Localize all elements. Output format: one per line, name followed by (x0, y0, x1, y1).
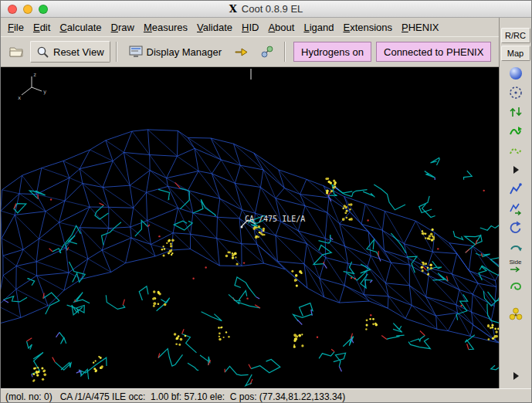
environment-distances-icon (259, 45, 275, 59)
display-manager-icon (129, 46, 143, 58)
sphere-refine-icon (508, 66, 524, 81)
map-label: Map (507, 49, 524, 58)
rrc-button[interactable]: R/RC (501, 28, 530, 43)
real-space-refine-button[interactable] (503, 121, 528, 141)
reset-view-button[interactable]: Reset View (30, 41, 110, 63)
phenix-status-badge: Connected to PHENIX (376, 42, 491, 62)
minimize-button[interactable] (23, 5, 32, 14)
toolbar-separator (284, 42, 286, 62)
menu-validate[interactable]: Validate (192, 19, 237, 36)
regularize-zone-button[interactable] (503, 141, 528, 160)
svg-text:x: x (18, 95, 21, 101)
expander-icon (510, 164, 521, 175)
display-manager-button[interactable]: Display Manager (123, 41, 229, 63)
toolbar-separator (116, 42, 117, 62)
edit-chi-angles-button[interactable] (503, 218, 528, 237)
regularize-zone-icon (508, 143, 524, 158)
expander-button[interactable] (503, 160, 528, 179)
side-chain-flip-button[interactable]: Side (503, 256, 528, 276)
titlebar[interactable]: X Coot 0.8.9 EL (1, 1, 531, 18)
menu-phenix[interactable]: PHENIX (397, 19, 443, 36)
rrc-label: R/RC (505, 31, 526, 40)
open-coordinates-button[interactable] (5, 41, 28, 63)
auto-fit-rotamer-icon (508, 181, 524, 197)
rotamers-button[interactable] (503, 198, 528, 218)
scene-svg[interactable]: xyzCA /475 ILE/A (1, 67, 499, 388)
go-to-atom-icon (234, 45, 249, 59)
side-chain-flip-icon: Side (509, 259, 523, 273)
menu-draw[interactable]: Draw (107, 19, 139, 36)
rotamers-icon (508, 201, 524, 216)
toolbar: Reset View Display Manager (1, 36, 499, 67)
menu-hid[interactable]: HID (237, 19, 263, 36)
flip-peptide-button[interactable] (503, 237, 528, 256)
map-button[interactable]: Map (501, 46, 530, 61)
molecular-viewport[interactable]: xyzCA /475 ILE/A (1, 67, 499, 388)
auto-fit-rotamer-button[interactable] (503, 179, 528, 198)
rigid-body-fit-button[interactable] (503, 102, 528, 121)
menu-calculate[interactable]: Calculate (55, 19, 106, 36)
menu-about[interactable]: About (263, 19, 299, 36)
yellow-trefoil-icon (507, 306, 524, 322)
x11-logo-icon: X (229, 3, 237, 15)
refine-range-button[interactable] (503, 83, 528, 102)
close-button[interactable] (8, 5, 17, 14)
menu-file[interactable]: File (3, 19, 29, 36)
hydrogens-label: Hydrogens on (301, 46, 364, 58)
jed-flip-button[interactable] (503, 276, 528, 295)
menu-measures[interactable]: Measures (139, 19, 192, 36)
mutate-rotamer-button[interactable] (503, 304, 528, 323)
more-tools-icon (510, 371, 521, 381)
svg-text:z: z (33, 72, 36, 78)
more-tools-button[interactable] (503, 366, 528, 385)
refine-range-icon (508, 85, 524, 100)
jed-flip-icon (508, 278, 524, 293)
edit-chi-angles-icon (508, 220, 524, 235)
right-toolbar: R/RC Map (499, 18, 531, 388)
menu-ligand[interactable]: Ligand (299, 19, 338, 36)
coot-window: X Coot 0.8.9 EL File Edit Calculate Draw… (0, 0, 532, 403)
window-controls (1, 5, 48, 14)
menu-edit[interactable]: Edit (29, 19, 55, 36)
side-label: Side (509, 259, 521, 266)
go-to-atom-button[interactable] (230, 41, 253, 63)
menubar: File Edit Calculate Draw Measures Valida… (1, 18, 499, 36)
sphere-refine-button[interactable] (503, 63, 528, 83)
rigid-body-fit-icon (508, 104, 524, 120)
display-manager-label: Display Manager (147, 46, 222, 58)
flip-peptide-icon (508, 239, 524, 255)
window-title: X Coot 0.8.9 EL (1, 1, 531, 17)
status-text: (mol. no: 0) CA /1/A/475 ILE occ: 1.00 b… (5, 391, 345, 402)
open-coordinates-icon (8, 45, 24, 59)
environment-distances-button[interactable] (256, 41, 279, 63)
svg-text:y: y (43, 89, 46, 95)
zoom-button[interactable] (39, 5, 48, 14)
reset-view-label: Reset View (53, 46, 104, 58)
svg-text:CA /475 ILE/A: CA /475 ILE/A (245, 215, 305, 223)
menu-extensions[interactable]: Extensions (338, 19, 397, 36)
window-title-text: Coot 0.8.9 EL (242, 3, 303, 15)
statusbar: (mol. no: 0) CA /1/A/475 ILE occ: 1.00 b… (1, 388, 531, 403)
real-space-refine-icon (508, 124, 524, 139)
hydrogens-toggle[interactable]: Hydrogens on (293, 42, 371, 62)
phenix-status-label: Connected to PHENIX (384, 46, 483, 58)
magnifier-icon (36, 46, 49, 59)
